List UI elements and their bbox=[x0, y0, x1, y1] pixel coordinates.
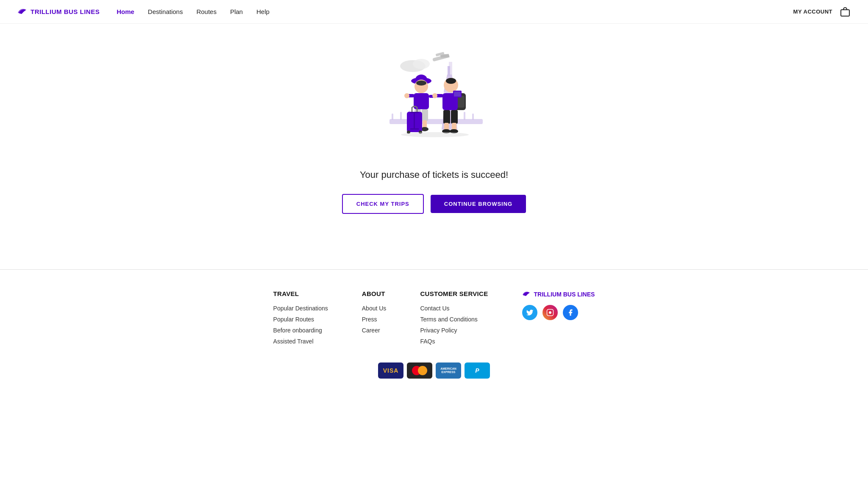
action-buttons: CHECK MY TRIPS CONTINUE BROWSING bbox=[342, 194, 526, 214]
footer-logo-col: TRILLIUM BUS LINES bbox=[522, 290, 595, 349]
svg-point-25 bbox=[416, 80, 426, 86]
amex-payment-icon: AMERICAN EXPRESS bbox=[436, 362, 461, 379]
footer-link-popular-routes[interactable]: Popular Routes bbox=[273, 316, 328, 323]
success-message: Your purchase of tickets is succeed! bbox=[360, 169, 508, 180]
nav-routes[interactable]: Routes bbox=[196, 8, 217, 15]
nav-destinations[interactable]: Destinations bbox=[148, 8, 183, 15]
footer-link-about-us[interactable]: About Us bbox=[362, 305, 387, 312]
svg-rect-17 bbox=[400, 112, 402, 120]
svg-rect-38 bbox=[410, 128, 419, 130]
visa-payment-icon: VISA bbox=[378, 362, 403, 379]
svg-rect-15 bbox=[389, 119, 483, 124]
svg-rect-31 bbox=[422, 109, 428, 121]
continue-browsing-button[interactable]: CONTINUE BROWSING bbox=[431, 195, 526, 213]
logo-icon bbox=[17, 7, 28, 17]
footer-link-terms[interactable]: Terms and Conditions bbox=[420, 316, 488, 323]
footer-link-press[interactable]: Press bbox=[362, 316, 387, 323]
svg-rect-39 bbox=[414, 113, 415, 128]
svg-point-2 bbox=[413, 59, 430, 69]
payment-methods: VISA AMERICAN EXPRESS P bbox=[34, 362, 834, 379]
footer-link-assisted-travel[interactable]: Assisted Travel bbox=[273, 338, 328, 345]
footer-link-before-onboarding[interactable]: Before onboarding bbox=[273, 327, 328, 334]
main-nav: Home Destinations Routes Plan Help bbox=[117, 8, 793, 15]
svg-rect-16 bbox=[392, 113, 393, 120]
nav-plan[interactable]: Plan bbox=[230, 8, 243, 15]
svg-rect-51 bbox=[443, 110, 450, 124]
my-account-label[interactable]: MY ACCOUNT bbox=[793, 8, 832, 15]
footer-logo-text: TRILLIUM BUS LINES bbox=[534, 291, 595, 298]
footer-cs-heading: CUSTOMER SERVICE bbox=[420, 290, 488, 297]
nav-home[interactable]: Home bbox=[117, 8, 134, 15]
mastercard-payment-icon bbox=[407, 362, 432, 379]
footer-travel-col: TRAVEL Popular Destinations Popular Rout… bbox=[273, 290, 328, 349]
footer-link-contact-us[interactable]: Contact Us bbox=[420, 305, 488, 312]
logo[interactable]: TRILLIUM BUS LINES bbox=[17, 7, 100, 17]
footer-link-faqs[interactable]: FAQs bbox=[420, 338, 488, 345]
header-right: MY ACCOUNT bbox=[793, 6, 851, 18]
nav-help[interactable]: Help bbox=[256, 8, 270, 15]
cart-icon[interactable] bbox=[839, 6, 851, 18]
svg-rect-21 bbox=[472, 113, 474, 120]
svg-point-57 bbox=[401, 132, 469, 137]
svg-rect-0 bbox=[841, 10, 849, 16]
footer-columns: TRAVEL Popular Destinations Popular Rout… bbox=[34, 290, 834, 349]
footer-link-privacy[interactable]: Privacy Policy bbox=[420, 327, 488, 334]
social-links bbox=[522, 305, 578, 320]
twitter-icon[interactable] bbox=[522, 305, 537, 320]
svg-rect-20 bbox=[464, 112, 465, 120]
svg-rect-52 bbox=[451, 110, 458, 124]
footer-travel-heading: TRAVEL bbox=[273, 290, 328, 297]
footer-customer-service-col: CUSTOMER SERVICE Contact Us Terms and Co… bbox=[420, 290, 488, 349]
svg-point-28 bbox=[404, 93, 409, 98]
footer-link-career[interactable]: Career bbox=[362, 327, 387, 334]
main-content: Your purchase of tickets is succeed! CHE… bbox=[0, 24, 868, 269]
svg-rect-10 bbox=[448, 66, 450, 76]
facebook-icon[interactable] bbox=[563, 305, 578, 320]
footer: TRAVEL Popular Destinations Popular Rout… bbox=[0, 269, 868, 396]
svg-rect-50 bbox=[454, 91, 461, 97]
check-my-trips-button[interactable]: CHECK MY TRIPS bbox=[342, 194, 424, 214]
svg-point-43 bbox=[446, 78, 456, 84]
logo-text: TRILLIUM BUS LINES bbox=[31, 8, 100, 15]
svg-rect-37 bbox=[410, 112, 419, 113]
footer-link-popular-destinations[interactable]: Popular Destinations bbox=[273, 305, 328, 312]
header: TRILLIUM BUS LINES Home Destinations Rou… bbox=[0, 0, 868, 24]
success-illustration bbox=[366, 41, 502, 159]
footer-about-col: ABOUT About Us Press Career bbox=[362, 290, 387, 349]
svg-point-48 bbox=[432, 93, 437, 98]
footer-logo-icon bbox=[522, 290, 531, 298]
instagram-icon[interactable] bbox=[542, 305, 558, 320]
footer-about-heading: ABOUT bbox=[362, 290, 387, 297]
paypal-payment-icon: P bbox=[465, 362, 490, 379]
footer-logo: TRILLIUM BUS LINES bbox=[522, 290, 595, 298]
